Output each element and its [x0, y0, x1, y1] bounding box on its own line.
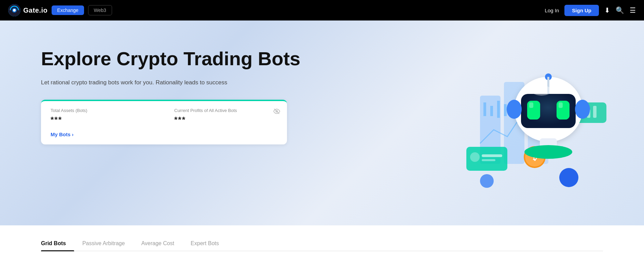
- total-assets-label: Total Assets (Bots): [51, 108, 154, 113]
- current-profits-value: ***: [174, 115, 277, 125]
- tab-average-cost[interactable]: Average Cost: [133, 236, 182, 251]
- tab-expert-bots[interactable]: Expert Bots: [182, 236, 227, 251]
- signup-button[interactable]: Sign Up: [564, 5, 599, 16]
- svg-point-24: [480, 174, 494, 188]
- svg-rect-10: [497, 101, 500, 118]
- svg-rect-9: [490, 106, 493, 116]
- svg-rect-28: [527, 101, 540, 120]
- hero-section: Explore Crypto Trading Bots Let rational…: [0, 20, 644, 225]
- tab-passive-arbitrage[interactable]: Passive Arbitrage: [74, 236, 133, 251]
- hero-subtitle: Let rational crypto trading bots work fo…: [41, 78, 246, 87]
- current-profits-stat: Current Profits of All Active Bots ***: [174, 108, 277, 125]
- total-assets-value: ***: [51, 115, 154, 125]
- svg-rect-31: [529, 102, 533, 108]
- svg-point-39: [531, 85, 552, 96]
- logo-icon: [8, 4, 20, 16]
- my-bots-label: My Bots: [51, 131, 70, 137]
- svg-rect-32: [559, 102, 563, 108]
- svg-point-2: [13, 9, 16, 12]
- svg-rect-14: [482, 154, 502, 157]
- svg-rect-11: [504, 104, 507, 116]
- stats-card: Total Assets (Bots) *** Current Profits …: [41, 100, 287, 144]
- web3-button[interactable]: Web3: [88, 5, 112, 15]
- total-assets-stat: Total Assets (Bots) ***: [51, 108, 154, 125]
- svg-rect-8: [483, 102, 486, 116]
- svg-rect-19: [593, 106, 597, 118]
- hero-content: Explore Crypto Trading Bots Let rational…: [41, 41, 335, 144]
- svg-rect-15: [482, 159, 495, 161]
- hero-title: Explore Crypto Trading Bots: [41, 48, 335, 70]
- tab-grid-bots[interactable]: Grid Bots: [41, 236, 74, 251]
- tabs-section: Grid Bots Passive Arbitrage Average Cost…: [0, 225, 644, 251]
- menu-icon[interactable]: ☰: [630, 6, 636, 14]
- svg-rect-30: [557, 101, 570, 120]
- navbar-left: Gate.io Exchange Web3: [8, 4, 112, 16]
- eye-icon[interactable]: [273, 108, 280, 116]
- logo-text: Gate.io: [23, 6, 47, 14]
- svg-point-34: [524, 145, 572, 159]
- svg-point-23: [559, 168, 578, 187]
- logo: Gate.io: [8, 4, 47, 16]
- download-icon[interactable]: ⬇: [604, 6, 610, 14]
- current-profits-label: Current Profits of All Active Bots: [174, 108, 277, 113]
- navbar: Gate.io Exchange Web3 Log In Sign Up ⬇ 🔍…: [0, 0, 644, 20]
- svg-point-13: [470, 152, 480, 162]
- my-bots-arrow: ›: [72, 131, 73, 137]
- stats-row: Total Assets (Bots) *** Current Profits …: [51, 108, 277, 125]
- exchange-button[interactable]: Exchange: [52, 5, 84, 15]
- search-icon[interactable]: 🔍: [616, 6, 624, 14]
- navbar-right: Log In Sign Up ⬇ 🔍 ☰: [545, 5, 636, 16]
- svg-point-38: [575, 100, 590, 119]
- svg-point-37: [507, 100, 522, 119]
- robot-illustration: ₿: [453, 34, 617, 212]
- login-button[interactable]: Log In: [545, 8, 559, 13]
- tabs-list: Grid Bots Passive Arbitrage Average Cost…: [41, 236, 603, 251]
- robot-svg: ₿: [453, 34, 617, 212]
- my-bots-link[interactable]: My Bots ›: [51, 131, 73, 137]
